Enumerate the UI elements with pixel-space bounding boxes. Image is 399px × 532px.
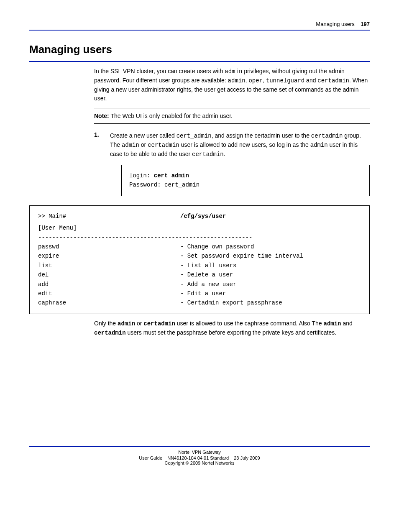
login-line: login: cert_admin xyxy=(129,171,362,180)
note-top-rule xyxy=(94,108,370,108)
password-label: Password: xyxy=(129,182,164,188)
code-tunnelguard: tunnelguard xyxy=(266,77,304,84)
step-body: Create a new user called cert_admin, and… xyxy=(110,131,369,159)
step-text: . xyxy=(224,151,225,157)
menu-cmd: caphrase xyxy=(38,298,180,307)
code-certadmin: certadmin xyxy=(317,77,349,84)
trailing-text: and xyxy=(341,320,353,327)
step-number: 1. xyxy=(94,131,108,138)
password-line: Password: cert_admin xyxy=(129,180,362,189)
table-row: add- Add a new user xyxy=(38,280,361,289)
code-certadmin: certadmin xyxy=(311,133,343,139)
step-text: Create a new user called xyxy=(110,132,176,139)
note-label: Note: xyxy=(94,113,109,119)
intro-text: and xyxy=(304,77,317,84)
menu-prompt: >> Main# xyxy=(38,212,180,221)
trailing-paragraph: Only the admin or certadmin user is allo… xyxy=(94,319,370,338)
intro-paragraph: In the SSL VPN cluster, you can create u… xyxy=(94,67,370,103)
code-admin-bold: admin xyxy=(118,320,135,327)
code-certadmin-bold: certadmin xyxy=(94,330,126,336)
note-text: The Web UI is only enabled for the admin… xyxy=(109,113,233,119)
login-value: cert_admin xyxy=(154,172,189,179)
menu-cmd: list xyxy=(38,261,180,270)
footer-rule xyxy=(29,446,370,447)
footer: Nortel VPN Gateway User Guide NN46120-10… xyxy=(29,446,370,466)
footer-copyright: Copyright © 2009 Nortel Networks xyxy=(29,460,370,466)
page-header: Managing users 197 xyxy=(29,21,370,27)
code-oper: oper xyxy=(248,77,263,84)
note-block: Note: The Web UI is only enabled for the… xyxy=(94,113,370,119)
trailing-text: users must set the passphrase before exp… xyxy=(126,329,336,336)
menu-cmd: edit xyxy=(38,289,180,298)
footer-guide: User Guide xyxy=(139,455,162,460)
code-admin: admin xyxy=(228,77,246,84)
menu-desc: - Change own password xyxy=(180,242,254,251)
menu-desc: - Add a new user xyxy=(180,280,236,289)
footer-date: 23 July 2009 xyxy=(234,455,260,460)
menu-cmd: del xyxy=(38,270,180,279)
menu-desc: - Delete a user xyxy=(180,270,233,279)
header-rule xyxy=(29,30,370,31)
title-rule xyxy=(29,61,370,62)
table-row: expire- Set password expire time interva… xyxy=(38,251,361,261)
table-row: list- List all users xyxy=(38,261,361,270)
header-pagenum: 197 xyxy=(361,21,370,27)
code-admin-bold: admin xyxy=(324,320,341,327)
footer-docnum: NN46120-104 04.01 Standard xyxy=(167,455,229,460)
table-row: passwd- Change own password xyxy=(38,242,361,251)
menu-prompt-row: >> Main# /cfg/sys/user xyxy=(38,212,361,221)
step-text: user is allowed to add new users, so log… xyxy=(179,141,310,148)
menu-cmd: expire xyxy=(38,251,180,261)
trailing-text: user is allowed to use the caphrase comm… xyxy=(175,320,324,327)
page-title: Managing users xyxy=(29,43,370,56)
table-row: caphrase- Certadmin export passphrase xyxy=(38,298,361,307)
menu-cmd: add xyxy=(38,280,180,289)
menu-desc: - Set password expire time interval xyxy=(180,251,303,261)
code-admin: admin xyxy=(225,68,242,75)
password-value: cert_admin xyxy=(164,182,200,188)
menu-desc: - List all users xyxy=(180,261,236,270)
menu-path: /cfg/sys/user xyxy=(180,212,226,221)
table-row: edit- Edit a user xyxy=(38,289,361,298)
step-1: 1. Create a new user called cert_admin, … xyxy=(94,131,370,159)
trailing-text: Only the xyxy=(94,320,118,327)
code-cert-admin: cert_admin xyxy=(176,133,212,139)
menu-desc: - Certadmin export passphrase xyxy=(180,298,282,307)
note-bottom-rule xyxy=(94,123,370,124)
code-certadmin: certadmin xyxy=(192,151,224,158)
header-section: Managing users xyxy=(316,21,355,27)
code-certadmin: certadmin xyxy=(148,142,179,148)
table-row: del- Delete a user xyxy=(38,270,361,279)
footer-doc: User Guide NN46120-104 04.01 Standard 23… xyxy=(29,455,370,460)
menu-divider: ----------------------------------------… xyxy=(38,233,361,242)
step-text: , and assign the certadmin user to the xyxy=(212,132,311,139)
login-box: login: cert_admin Password: cert_admin xyxy=(121,165,370,196)
code-admin: admin xyxy=(122,142,139,148)
intro-text: In the SSL VPN cluster, you can create u… xyxy=(94,68,225,74)
code-admin: admin xyxy=(310,142,328,148)
intro-text: , xyxy=(263,77,266,84)
menu-cmd: passwd xyxy=(38,242,180,251)
code-certadmin-bold: certadmin xyxy=(143,320,175,327)
menu-desc: - Edit a user xyxy=(180,289,226,298)
user-menu-box: >> Main# /cfg/sys/user [User Menu] -----… xyxy=(29,205,370,314)
footer-product: Nortel VPN Gateway xyxy=(29,450,370,455)
login-label: login: xyxy=(129,172,154,179)
menu-heading: [User Menu] xyxy=(38,223,361,233)
step-text: or xyxy=(139,141,148,148)
trailing-text: or xyxy=(135,320,143,327)
